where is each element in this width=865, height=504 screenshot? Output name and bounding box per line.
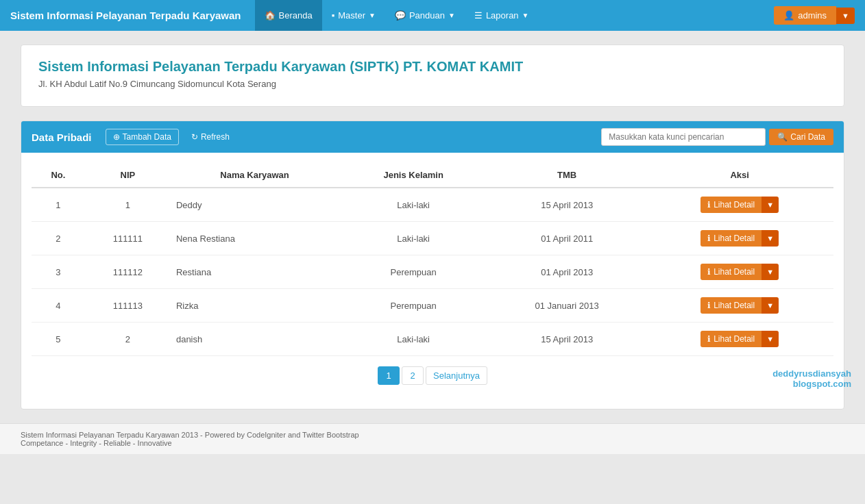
watermark-line2: blogspot.com xyxy=(772,379,851,389)
cell-aksi: ℹ Lihat Detail ▼ xyxy=(646,323,833,356)
col-jenis-kelamin: Jenis Kelamin xyxy=(339,163,488,188)
cell-no: 3 xyxy=(32,255,85,289)
table-row: 4 111113 Rizka Perempuan 01 Januari 2013… xyxy=(32,289,833,323)
master-icon: ▪ xyxy=(332,10,335,21)
cell-nama: Deddy xyxy=(171,188,339,222)
navbar-right: 👤 admins ▼ xyxy=(774,6,855,25)
navbar: Sistem Informasi Pelayanan Terpadu Karya… xyxy=(0,0,865,31)
table-row: 5 2 danish Laki-laki 15 April 2013 ℹ Lih… xyxy=(32,323,833,356)
cell-tmb: 15 April 2013 xyxy=(488,323,646,356)
cari-label: Cari Data xyxy=(790,132,825,142)
cell-nama: Nena Restiana xyxy=(171,222,339,255)
table-row: 3 111112 Restiana Perempuan 01 April 201… xyxy=(32,255,833,289)
page-address: Jl. KH Abdul Latif No.9 Cimuncang Sidomu… xyxy=(38,79,827,89)
cell-tmb: 01 April 2013 xyxy=(488,255,646,289)
footer-line2: Competance - Integrity - Reliable - Inno… xyxy=(21,439,844,447)
main-content: Sistem Informasi Pelayanan Terpadu Karya… xyxy=(0,31,865,423)
nav-item-laporan[interactable]: ☰ Laporan ▼ xyxy=(465,0,539,31)
cari-data-button[interactable]: 🔍 Cari Data xyxy=(769,129,833,145)
admin-label: admins xyxy=(798,10,827,21)
page-1-button[interactable]: 1 xyxy=(378,366,400,385)
col-nama: Nama Karyawan xyxy=(171,163,339,188)
info-icon: ℹ xyxy=(707,267,711,277)
nav-label-master: Master xyxy=(338,10,365,21)
page-2-button[interactable]: 2 xyxy=(402,366,424,385)
cell-no: 1 xyxy=(32,188,85,222)
cell-no: 2 xyxy=(32,222,85,255)
cell-nip: 111113 xyxy=(85,289,171,323)
panduan-icon: 💬 xyxy=(395,10,406,21)
refresh-label: Refresh xyxy=(201,132,230,142)
chevron-down-icon-3: ▼ xyxy=(522,12,529,19)
watermark: deddyrusdiansyah blogspot.com xyxy=(772,368,851,389)
cell-nama: Rizka xyxy=(171,289,339,323)
next-page-button[interactable]: Selanjutnya xyxy=(426,366,487,385)
admin-dropdown-button[interactable]: ▼ xyxy=(836,8,855,24)
cell-aksi: ℹ Lihat Detail ▼ xyxy=(646,222,833,255)
cell-aksi: ℹ Lihat Detail ▼ xyxy=(646,188,833,222)
lihat-detail-dropdown-button[interactable]: ▼ xyxy=(762,297,779,314)
nav-item-master[interactable]: ▪ Master ▼ xyxy=(322,0,385,31)
info-icon: ℹ xyxy=(707,334,711,344)
chevron-down-icon-2: ▼ xyxy=(448,12,455,19)
cell-jenis-kelamin: Laki-laki xyxy=(339,188,488,222)
search-area: 🔍 Cari Data xyxy=(601,128,833,146)
lihat-detail-dropdown-button[interactable]: ▼ xyxy=(762,264,779,280)
table-body: 1 1 Deddy Laki-laki 15 April 2013 ℹ Liha… xyxy=(32,188,833,356)
panel-header: Data Pribadi ⊕ Tambah Data ↻ Refresh 🔍 C… xyxy=(21,121,844,153)
cell-nip: 111112 xyxy=(85,255,171,289)
watermark-line1: deddyrusdiansyah xyxy=(772,368,851,379)
cell-jenis-kelamin: Perempuan xyxy=(339,255,488,289)
nav-items: 🏠 Beranda ▪ Master ▼ 💬 Panduan ▼ ☰ Lapor… xyxy=(255,0,775,31)
lihat-detail-button[interactable]: ℹ Lihat Detail xyxy=(700,297,762,314)
info-icon: ℹ xyxy=(707,301,711,310)
lihat-detail-dropdown-button[interactable]: ▼ xyxy=(762,230,779,247)
data-table: No. NIP Nama Karyawan Jenis Kelamin TMB … xyxy=(32,163,833,356)
cell-jenis-kelamin: Laki-laki xyxy=(339,323,488,356)
tambah-data-button[interactable]: ⊕ Tambah Data xyxy=(106,129,179,145)
info-icon: ℹ xyxy=(707,200,711,210)
home-icon: 🏠 xyxy=(265,10,276,21)
nav-label-beranda: Beranda xyxy=(279,10,313,21)
refresh-icon: ↻ xyxy=(191,132,198,142)
cell-jenis-kelamin: Perempuan xyxy=(339,289,488,323)
col-nip: NIP xyxy=(85,163,171,188)
cell-nip: 111111 xyxy=(85,222,171,255)
search-input[interactable] xyxy=(601,128,766,146)
cell-tmb: 15 April 2013 xyxy=(488,188,646,222)
nav-item-beranda[interactable]: 🏠 Beranda xyxy=(255,0,322,31)
tambah-label: Tambah Data xyxy=(123,132,171,142)
admin-button[interactable]: 👤 admins xyxy=(774,6,836,25)
footer-line1: Sistem Informasi Pelayanan Terpadu Karya… xyxy=(21,431,844,439)
cell-nip: 1 xyxy=(85,188,171,222)
col-aksi: Aksi xyxy=(646,163,833,188)
plus-icon: ⊕ xyxy=(113,132,120,142)
cell-tmb: 01 April 2011 xyxy=(488,222,646,255)
data-panel: Data Pribadi ⊕ Tambah Data ↻ Refresh 🔍 C… xyxy=(21,121,844,410)
refresh-button[interactable]: ↻ Refresh xyxy=(186,129,235,144)
cell-no: 5 xyxy=(32,323,85,356)
search-icon: 🔍 xyxy=(777,132,788,142)
nav-label-laporan: Laporan xyxy=(486,10,519,21)
nav-item-panduan[interactable]: 💬 Panduan ▼ xyxy=(385,0,465,31)
user-icon: 👤 xyxy=(783,10,794,21)
lihat-detail-button[interactable]: ℹ Lihat Detail xyxy=(700,230,762,247)
navbar-brand: Sistem Informasi Pelayanan Terpadu Karya… xyxy=(10,10,241,21)
cell-nip: 2 xyxy=(85,323,171,356)
cell-nama: danish xyxy=(171,323,339,356)
lihat-detail-button[interactable]: ℹ Lihat Detail xyxy=(700,264,762,280)
table-head: No. NIP Nama Karyawan Jenis Kelamin TMB … xyxy=(32,163,833,188)
lihat-detail-button[interactable]: ℹ Lihat Detail xyxy=(700,197,762,213)
info-icon: ℹ xyxy=(707,234,711,243)
table-row: 2 111111 Nena Restiana Laki-laki 01 Apri… xyxy=(32,222,833,255)
table-row: 1 1 Deddy Laki-laki 15 April 2013 ℹ Liha… xyxy=(32,188,833,222)
cell-no: 4 xyxy=(32,289,85,323)
lihat-detail-dropdown-button[interactable]: ▼ xyxy=(762,331,779,347)
header-card: Sistem Informasi Pelayanan Terpadu Karya… xyxy=(21,45,844,107)
cell-aksi: ℹ Lihat Detail ▼ xyxy=(646,255,833,289)
lihat-detail-dropdown-button[interactable]: ▼ xyxy=(762,197,779,213)
chevron-down-icon: ▼ xyxy=(369,12,376,19)
lihat-detail-button[interactable]: ℹ Lihat Detail xyxy=(700,331,762,347)
nav-label-panduan: Panduan xyxy=(409,10,445,21)
cell-tmb: 01 Januari 2013 xyxy=(488,289,646,323)
